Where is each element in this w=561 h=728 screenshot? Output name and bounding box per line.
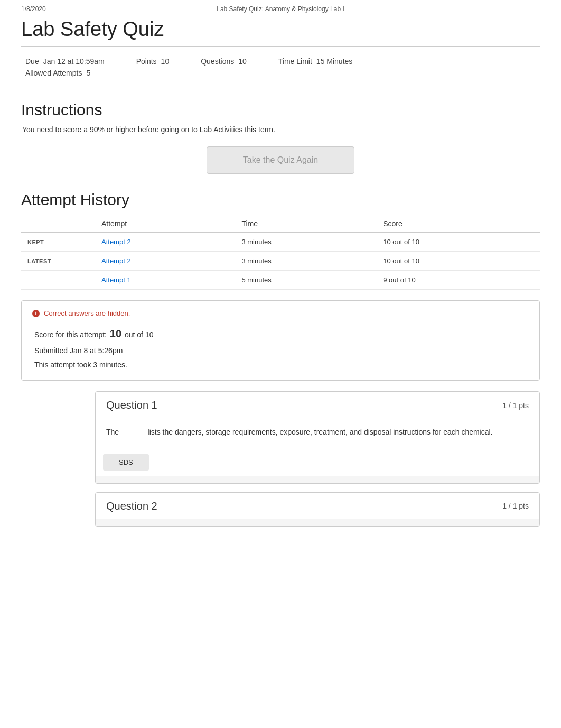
question-text: The ______ lists the dangers, storage re… — [96, 418, 539, 446]
row-score: 10 out of 10 — [377, 233, 540, 252]
browser-title: Lab Safety Quiz: Anatomy & Physiology La… — [217, 5, 344, 13]
attempt-history-table: Attempt Time Score KEPT Attempt 2 3 minu… — [21, 215, 540, 290]
instructions-title: Instructions — [21, 101, 540, 119]
divider-top — [21, 46, 540, 47]
row-attempt[interactable]: Attempt 2 — [95, 233, 235, 252]
attempt-link: Attempt 2 — [101, 257, 131, 265]
allowed-label: Allowed Attempts — [25, 69, 82, 77]
due-label: Due — [25, 57, 39, 66]
row-score: 10 out of 10 — [377, 252, 540, 271]
points-label: Points — [136, 57, 157, 66]
table-row: Attempt 1 5 minutes 9 out of 10 — [21, 271, 540, 290]
question-footer — [96, 519, 539, 526]
meta-row-2: Allowed Attempts 5 — [21, 69, 540, 82]
allowed-value: 5 — [86, 69, 90, 77]
time-limit-value: 15 Minutes — [316, 57, 352, 66]
page-title: Lab Safety Quiz — [21, 18, 540, 41]
questions-label: Questions — [201, 57, 234, 66]
row-label: KEPT — [21, 233, 95, 252]
question-card: Question 1 1 / 1 pts The ______ lists th… — [95, 391, 540, 483]
question-title: Question 1 — [106, 399, 157, 411]
meta-row-1: Due Jan 12 at 10:59am Points 10 Question… — [21, 52, 540, 69]
row-attempt[interactable]: Attempt 2 — [95, 252, 235, 271]
question-pts: 1 / 1 pts — [502, 502, 529, 510]
row-time: 3 minutes — [235, 233, 377, 252]
question-header: Question 1 1 / 1 pts — [96, 392, 539, 418]
attempt-link: Attempt 1 — [101, 276, 131, 284]
due-meta: Due Jan 12 at 10:59am — [25, 57, 105, 66]
correct-answers-notice: i Correct answers are hidden. — [32, 309, 529, 317]
points-value: 10 — [161, 57, 170, 66]
time-limit-meta: Time Limit 15 Minutes — [278, 57, 353, 66]
question-footer — [96, 476, 539, 483]
row-time: 3 minutes — [235, 252, 377, 271]
score-info: Score for this attempt: 10 out of 10 — [32, 324, 529, 344]
questions-meta: Questions 10 — [201, 57, 247, 66]
col-attempt: Attempt — [95, 215, 235, 233]
due-value: Jan 12 at 10:59am — [43, 57, 105, 66]
col-score: Score — [377, 215, 540, 233]
col-label — [21, 215, 95, 233]
take-quiz-button[interactable]: Take the Quiz Again — [207, 146, 354, 174]
notice-text: Correct answers are hidden. — [44, 309, 130, 317]
table-row: KEPT Attempt 2 3 minutes 10 out of 10 — [21, 233, 540, 252]
question-title: Question 2 — [106, 500, 157, 512]
row-label — [21, 271, 95, 290]
submitted-text: Submitted Jan 8 at 5:26pm — [32, 344, 529, 358]
question-card: Question 2 1 / 1 pts — [95, 492, 540, 527]
question-pts: 1 / 1 pts — [502, 401, 529, 410]
notice-icon: i — [32, 310, 40, 317]
question-header: Question 2 1 / 1 pts — [96, 493, 539, 519]
time-limit-label: Time Limit — [278, 57, 312, 66]
attempt-history-title: Attempt History — [21, 191, 540, 209]
row-score: 9 out of 10 — [377, 271, 540, 290]
col-time: Time — [235, 215, 377, 233]
score-total: out of 10 — [125, 330, 154, 339]
points-meta: Points 10 — [136, 57, 170, 66]
table-row: LATEST Attempt 2 3 minutes 10 out of 10 — [21, 252, 540, 271]
divider-mid — [21, 88, 540, 88]
answer-box: SDS — [103, 454, 149, 471]
instructions-text: You need to score a 90% or higher before… — [21, 125, 540, 134]
row-time: 5 minutes — [235, 271, 377, 290]
row-attempt[interactable]: Attempt 1 — [95, 271, 235, 290]
score-label: Score for this attempt: — [34, 330, 107, 339]
attempt-section: i Correct answers are hidden. Score for … — [21, 300, 540, 381]
attempt-link: Attempt 2 — [101, 238, 131, 246]
questions-value: 10 — [238, 57, 247, 66]
row-label: LATEST — [21, 252, 95, 271]
duration-text: This attempt took 3 minutes. — [32, 358, 529, 372]
score-number: 10 — [110, 328, 121, 339]
